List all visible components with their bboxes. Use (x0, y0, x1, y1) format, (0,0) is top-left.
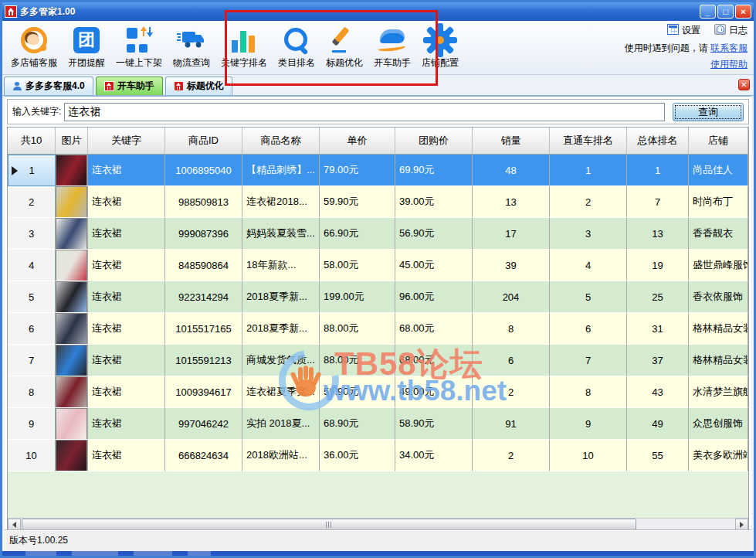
cell-keyword[interactable]: 连衣裙 (88, 218, 165, 250)
cell-price[interactable]: 36.00元 (320, 440, 395, 471)
cell-product-id[interactable]: 1015517165 (165, 313, 242, 345)
row-index-cell[interactable]: 1 (8, 155, 56, 186)
cell-train-rank[interactable]: 8 (550, 376, 627, 408)
row-index-cell[interactable]: 7 (8, 345, 56, 376)
table-row[interactable]: 1 连衣裙 1006895040 【精品刺绣】... 79.00元 69.90元… (8, 155, 748, 186)
maximize-button[interactable]: □ (717, 5, 734, 19)
log-button[interactable]: 日志 (714, 24, 748, 37)
col-header-overall-rank[interactable]: 总体排名 (627, 128, 689, 154)
cell-group-price[interactable]: 49.00元 (395, 376, 473, 408)
cell-product-id[interactable]: 666824634 (165, 440, 242, 471)
cell-product-name[interactable]: 实拍 2018夏... (242, 408, 320, 440)
cell-product-name[interactable]: 商城发货气质... (242, 345, 320, 376)
cell-product-name[interactable]: 18年新款... (242, 250, 320, 281)
cell-product-id[interactable]: 848590864 (165, 250, 242, 281)
table-row[interactable]: 7 连衣裙 1015591213 商城发货气质... 88.00元 68.00元… (8, 345, 748, 376)
cell-product-name[interactable]: 2018夏季新... (242, 313, 320, 345)
cell-shop[interactable]: 水清梦兰旗舰 (689, 376, 748, 408)
cell-train-rank[interactable]: 3 (550, 218, 627, 250)
row-index-cell[interactable]: 6 (8, 313, 56, 345)
cell-overall-rank[interactable]: 43 (627, 376, 689, 408)
cell-price[interactable]: 88.00元 (320, 313, 395, 345)
table-row[interactable]: 4 连衣裙 848590864 18年新款... 58.00元 45.00元 3… (8, 250, 748, 281)
query-button[interactable]: 查询 (673, 103, 744, 121)
tab-title-optimize[interactable]: 标题优化 (165, 77, 232, 95)
product-image[interactable] (56, 250, 88, 281)
cell-sales[interactable]: 91 (473, 408, 550, 440)
cell-train-rank[interactable]: 10 (550, 440, 627, 471)
keyword-input[interactable] (64, 103, 665, 121)
cell-price[interactable]: 79.00元 (320, 155, 395, 186)
cell-train-rank[interactable]: 9 (550, 408, 627, 440)
row-index-cell[interactable]: 4 (8, 250, 56, 281)
usage-help-link[interactable]: 使用帮助 (710, 59, 748, 70)
cell-group-price[interactable]: 68.00元 (395, 345, 473, 376)
product-image[interactable] (56, 376, 88, 408)
row-index-cell[interactable]: 2 (8, 186, 56, 218)
product-image[interactable] (56, 281, 88, 313)
cell-shop[interactable]: 时尚布丁 (689, 186, 748, 218)
row-index-cell[interactable]: 5 (8, 281, 56, 313)
col-header-shop[interactable]: 店铺 (689, 128, 748, 154)
cell-product-id[interactable]: 1006895040 (165, 155, 242, 186)
cell-product-name[interactable]: 【精品刺绣】... (242, 155, 320, 186)
row-index-cell[interactable]: 3 (8, 218, 56, 250)
cell-keyword[interactable]: 连衣裙 (88, 281, 165, 313)
table-row[interactable]: 6 连衣裙 1015517165 2018夏季新... 88.00元 68.00… (8, 313, 748, 345)
cell-keyword[interactable]: 连衣裙 (88, 440, 165, 471)
cell-group-price[interactable]: 69.90元 (395, 155, 473, 186)
toolbar-item-keyword-rank[interactable]: 关键字排名 (215, 24, 273, 70)
cell-price[interactable]: 59.90元 (320, 186, 395, 218)
cell-train-rank[interactable]: 4 (550, 250, 627, 281)
cell-overall-rank[interactable]: 31 (627, 313, 689, 345)
cell-price[interactable]: 88.00元 (320, 345, 395, 376)
cell-product-id[interactable]: 922314294 (165, 281, 242, 313)
cell-overall-rank[interactable]: 19 (627, 250, 689, 281)
toolbar-item-title-optimize[interactable]: 标题优化 (320, 24, 368, 70)
toolbar-item-one-key-shelf[interactable]: 一键上下架 (110, 24, 168, 70)
cell-product-id[interactable]: 988509813 (165, 186, 242, 218)
cell-sales[interactable]: 39 (473, 250, 550, 281)
cell-sales[interactable]: 6 (473, 345, 550, 376)
cell-group-price[interactable]: 56.90元 (395, 218, 473, 250)
table-row[interactable]: 10 连衣裙 666824634 2018欧洲站... 36.00元 34.00… (8, 440, 748, 471)
col-header-price[interactable]: 单价 (320, 128, 395, 154)
col-header-image[interactable]: 图片 (56, 128, 88, 154)
cell-keyword[interactable]: 连衣裙 (88, 250, 165, 281)
toolbar-item-shop-config[interactable]: 店铺配置 (416, 24, 464, 70)
cell-overall-rank[interactable]: 25 (627, 281, 689, 313)
cell-train-rank[interactable]: 6 (550, 313, 627, 345)
cell-product-id[interactable]: 997046242 (165, 408, 242, 440)
product-image[interactable] (56, 345, 88, 376)
cell-sales[interactable]: 17 (473, 218, 550, 250)
cell-group-price[interactable]: 58.90元 (395, 408, 473, 440)
col-header-keyword[interactable]: 关键字 (88, 128, 165, 154)
cell-group-price[interactable]: 96.00元 (395, 281, 473, 313)
product-image[interactable] (56, 186, 88, 218)
table-row[interactable]: 5 连衣裙 922314294 2018夏季新... 199.00元 96.00… (8, 281, 748, 313)
cell-price[interactable]: 68.90元 (320, 408, 395, 440)
cell-product-id[interactable]: 1015591213 (165, 345, 242, 376)
cell-group-price[interactable]: 39.00元 (395, 186, 473, 218)
product-image[interactable] (56, 218, 88, 250)
cell-sales[interactable]: 13 (473, 186, 550, 218)
close-button[interactable]: × (735, 5, 751, 19)
cell-keyword[interactable]: 连衣裙 (88, 345, 165, 376)
cell-shop[interactable]: 盛世鼎峰服饰 (689, 250, 748, 281)
product-image[interactable] (56, 313, 88, 345)
cell-train-rank[interactable]: 1 (550, 155, 627, 186)
cell-train-rank[interactable]: 5 (550, 281, 627, 313)
cell-shop[interactable]: 众思创服饰 (689, 408, 748, 440)
cell-overall-rank[interactable]: 37 (627, 345, 689, 376)
row-index-cell[interactable]: 10 (8, 440, 56, 471)
toolbar-item-group-reminder[interactable]: 团 开团提醒 (63, 24, 110, 70)
tab-drive-assistant[interactable]: 开车助手 (96, 77, 163, 95)
col-header-train-rank[interactable]: 直通车排名 (550, 128, 627, 154)
cell-overall-rank[interactable]: 7 (627, 186, 689, 218)
toolbar-item-multi-shop-service[interactable]: 多店铺客服 (5, 24, 63, 70)
col-header-product-name[interactable]: 商品名称 (242, 128, 320, 154)
cell-shop[interactable]: 美衣多欧洲站 (689, 440, 748, 471)
cell-train-rank[interactable]: 2 (550, 186, 627, 218)
cell-product-name[interactable]: 2018欧洲站... (242, 440, 320, 471)
tab-customer-service[interactable]: 多多多客服4.0 (4, 77, 93, 95)
